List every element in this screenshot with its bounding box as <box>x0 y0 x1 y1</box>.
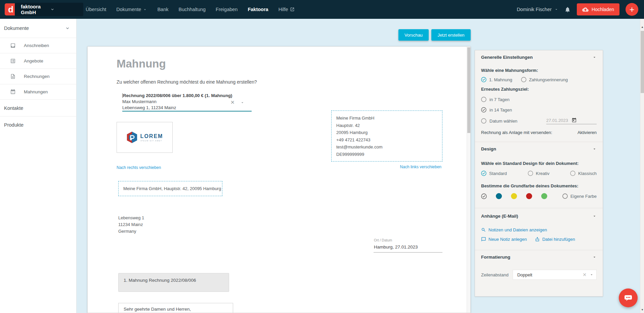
preview-button[interactable]: Vorschau <box>398 29 429 41</box>
sidebar: Dokumente Anschreiben Angebote Rechnunge… <box>0 19 77 313</box>
clear-icon[interactable]: ✕ <box>583 272 587 277</box>
checklist-icon <box>10 58 16 64</box>
place-date-field[interactable]: Hamburg, 27.01.2023 <box>374 244 418 250</box>
chevron-down-icon <box>554 7 558 11</box>
show-notes-files-link[interactable]: Notizen und Dateien anzeigen <box>481 227 597 232</box>
radio-design-kreativ[interactable]: Kreativ <box>528 171 570 176</box>
activate-link[interactable]: Aktivieren <box>577 130 597 135</box>
topbar-right: Dominik Fischer Hochladen + <box>517 0 638 19</box>
invoice-document-icon <box>10 74 16 79</box>
external-link-icon <box>290 7 295 12</box>
radio-design-standard[interactable]: Standard <box>481 171 528 176</box>
color-swatch-teal[interactable] <box>496 193 502 199</box>
logo-tagline: IPSUM SIT AMET <box>140 140 163 142</box>
company-name: faktoora GmbH <box>21 4 50 15</box>
radio-design-klassisch[interactable]: Klassisch <box>570 171 597 176</box>
sender-address-line[interactable]: Meine Firma GmbH, Hauptstr. 42, 20095 Ha… <box>118 181 222 196</box>
lorem-logo-icon <box>126 131 138 144</box>
radio-unchecked-icon <box>481 97 486 102</box>
collapse-arrow-icon <box>592 255 597 259</box>
company-selector[interactable]: faktoora GmbH <box>15 3 83 16</box>
zahlungsziel-label: Erneutes Zahlungsziel: <box>481 87 597 92</box>
calendar-icon[interactable] <box>571 118 597 123</box>
color-default-selected-icon[interactable] <box>481 193 487 199</box>
user-menu[interactable]: Dominik Fischer <box>517 7 558 12</box>
scroll-down-arrow[interactable]: ▼ <box>640 308 644 312</box>
move-logo-right-link[interactable]: Nach rechts verschieben <box>117 165 161 170</box>
select-underline <box>122 111 252 111</box>
page-scrollbar-thumb[interactable] <box>641 31 644 93</box>
document-scrollbar-thumb[interactable] <box>467 47 470 133</box>
attach-invoice-label: Rechnung als Anlage mit versenden: <box>481 130 552 135</box>
section-formatting: Formatierung Zeilenabstand Doppelt ✕ <box>475 250 603 285</box>
chevron-down-icon <box>65 26 70 31</box>
chevron-down-icon <box>143 7 147 12</box>
color-swatch-red[interactable] <box>526 193 532 199</box>
calendar-icon <box>10 89 16 95</box>
move-info-left-link[interactable]: Nach links verschieben <box>400 165 441 169</box>
chevron-down-icon[interactable] <box>240 100 245 105</box>
sidebar-item-produkte[interactable]: Produkte <box>0 117 76 133</box>
create-now-button[interactable]: Jetzt erstellen <box>431 29 471 41</box>
nav-buchhaltung[interactable]: Buchhaltung <box>178 7 206 12</box>
nav-bank[interactable]: Bank <box>157 7 168 12</box>
add-new-button[interactable]: + <box>626 3 638 16</box>
scroll-up-arrow[interactable]: ▲ <box>640 25 644 30</box>
sidebar-item-angebote[interactable]: Angebote <box>0 53 76 69</box>
letter-icon <box>10 43 16 48</box>
radio-unchecked-icon <box>481 118 486 124</box>
radio-eigene-farbe[interactable]: Eigene Farbe <box>562 193 597 199</box>
radio-unchecked-icon <box>570 171 575 176</box>
salutation-field[interactable]: Sehr geehrte Damen und Herren, <box>118 303 233 313</box>
page-scrollbar[interactable]: ▲ ▼ <box>640 19 644 313</box>
radio-1-mahnung[interactable]: 1. Mahnung <box>481 77 512 82</box>
chat-support-button[interactable] <box>619 288 638 307</box>
radio-datum-waehlen[interactable]: Datum wählen 27.01.2023 <box>481 118 597 124</box>
nav-hilfe[interactable]: Hilfe <box>278 7 295 12</box>
document-title: Mahnung <box>117 57 166 70</box>
color-swatch-green[interactable] <box>541 193 547 199</box>
section-design: Design Wähle ein Standard Design für dei… <box>475 142 603 208</box>
sidebar-item-rechnungen[interactable]: Rechnungen <box>0 69 76 84</box>
sidebar-item-mahnungen[interactable]: Mahnungen <box>0 84 76 100</box>
formatting-header[interactable]: Formatierung <box>481 255 597 260</box>
subject-field[interactable]: 1. Mahnung Rechnung 2022/08/006 <box>118 273 229 292</box>
clear-selection-icon[interactable]: ✕ <box>230 99 235 105</box>
invoice-question: Zu welcher offenen Rechnung möchtest du … <box>117 80 257 85</box>
nav-freigaben[interactable]: Freigaben <box>216 7 238 12</box>
radio-checked-icon <box>481 171 486 176</box>
recipient-address-block[interactable]: Lebensweg 1 11234 Mainz Germany <box>118 215 144 235</box>
company-info-block[interactable]: Meine Firma GmbH Hauptstr. 42 20095 Hamb… <box>331 110 442 162</box>
logo-brand-text: LOREM <box>140 133 163 139</box>
notifications-bell-icon[interactable] <box>564 6 571 13</box>
radio-checked-icon <box>481 107 486 113</box>
add-file-link[interactable]: Datei hinzufügen <box>535 237 575 242</box>
nav-dokumente[interactable]: Dokumente <box>116 7 147 12</box>
sidebar-item-kontakte[interactable]: Kontakte <box>0 100 76 117</box>
attachments-header[interactable]: Anhänge (E-Mail) <box>481 214 597 219</box>
radio-in-14-tagen[interactable]: in 14 Tagen <box>481 107 597 113</box>
chevron-down-icon <box>590 273 594 277</box>
upload-button[interactable]: Hochladen <box>577 3 619 15</box>
nav-faktoora[interactable]: Faktoora <box>248 7 268 12</box>
radio-zahlungserinnerung[interactable]: Zahlungserinnerung <box>521 77 568 82</box>
date-picker-field[interactable]: 27.01.2023 <box>546 118 597 124</box>
comment-icon <box>481 237 486 242</box>
nav-uebersicht[interactable]: Übersicht <box>86 7 106 12</box>
line-spacing-select[interactable]: Doppelt ✕ <box>513 270 597 280</box>
sidebar-section-dokumente[interactable]: Dokumente <box>0 19 76 38</box>
new-note-link[interactable]: Neue Notiz anlegen <box>481 237 527 242</box>
company-logo-upload[interactable]: LOREM IPSUM SIT AMET <box>117 122 173 153</box>
radio-in-7-tagen[interactable]: in 7 Tagen <box>481 97 597 102</box>
design-header[interactable]: Design <box>481 146 597 151</box>
color-swatch-yellow[interactable] <box>511 193 517 199</box>
radio-unchecked-icon <box>528 171 533 176</box>
section-attachments: Anhänge (E-Mail) Notizen und Dateien anz… <box>475 208 603 250</box>
settings-panel: Generelle Einstellungen Wähle eine Mahnu… <box>475 50 603 297</box>
document-scrollbar[interactable] <box>467 47 470 313</box>
main-nav: Übersicht Dokumente Bank Buchhaltung Fre… <box>86 0 295 19</box>
place-date-label: Ort / Datum <box>374 238 392 242</box>
top-navigation-bar: d faktoora GmbH Übersicht Dokumente Bank… <box>0 0 644 19</box>
general-settings-header[interactable]: Generelle Einstellungen <box>481 55 597 60</box>
sidebar-item-anschreiben[interactable]: Anschreiben <box>0 38 76 53</box>
